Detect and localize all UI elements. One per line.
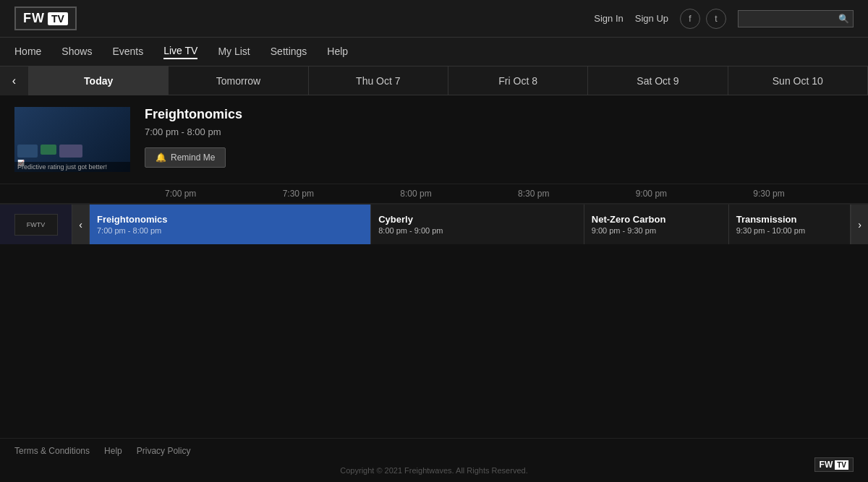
signup-link[interactable]: Sign Up xyxy=(635,13,668,24)
nav-item-mylist[interactable]: My List xyxy=(218,46,250,59)
footer-logo-fw: FW xyxy=(820,460,833,470)
tab-oct8[interactable]: Fri Oct 8 xyxy=(448,66,588,95)
thumb-card-2 xyxy=(41,145,56,155)
tab-oct7[interactable]: Thu Oct 7 xyxy=(309,66,448,95)
timeline-header: 7:00 pm 7:30 pm 8:00 pm 8:30 pm 9:00 pm … xyxy=(0,184,868,204)
footer-links: Terms & Conditions Help Privacy Policy xyxy=(0,439,868,463)
featured-thumbnail: 📈 Predictive rating just got better! xyxy=(14,107,130,172)
tab-today[interactable]: Today xyxy=(29,66,169,95)
twitter-icon[interactable]: t xyxy=(706,9,726,29)
footer-logo-tv: TV xyxy=(835,460,848,470)
footer-logo: FW TV xyxy=(814,457,854,472)
time-label-730: 7:30 pm xyxy=(280,189,398,199)
top-bar: FW TV Sign In Sign Up f t 🔍 xyxy=(0,0,868,38)
program-cyberly-title: Cyberly xyxy=(378,214,576,225)
program-freightonomics-title: Freightonomics xyxy=(97,214,363,225)
program-cyberly-time: 8:00 pm - 9:00 pm xyxy=(378,226,576,235)
social-icons: f t xyxy=(680,9,726,29)
program-netzero-title: Net-Zero Carbon xyxy=(592,214,721,225)
schedule-programs: Freightonomics 7:00 pm - 8:00 pm Cyberly… xyxy=(90,205,851,244)
featured-title: Freightonomics xyxy=(145,107,242,122)
time-label-700: 7:00 pm xyxy=(162,189,280,199)
nav-item-home[interactable]: Home xyxy=(14,46,41,59)
thumb-card-3 xyxy=(59,145,82,158)
search-icon[interactable]: 🔍 xyxy=(838,14,849,24)
terms-link[interactable]: Terms & Conditions xyxy=(14,446,90,456)
auth-links: Sign In Sign Up xyxy=(594,13,668,24)
time-label-900: 9:00 pm xyxy=(633,189,751,199)
program-netzero-time: 9:00 pm - 9:30 pm xyxy=(592,226,721,235)
nav-item-shows[interactable]: Shows xyxy=(61,46,92,59)
main-nav: Home Shows Events Live TV My List Settin… xyxy=(0,38,868,66)
program-freightonomics[interactable]: Freightonomics 7:00 pm - 8:00 pm xyxy=(90,205,371,244)
nav-item-settings[interactable]: Settings xyxy=(271,46,307,59)
time-label-830: 8:30 pm xyxy=(515,189,633,199)
logo-tv-text: TV xyxy=(48,12,68,25)
date-tabs: ‹ Today Tomorrow Thu Oct 7 Fri Oct 8 Sat… xyxy=(0,66,868,95)
next-show-button[interactable]: › xyxy=(851,205,868,244)
thumb-card-1 xyxy=(17,145,38,158)
featured-predictive-text: Predictive rating just got better! xyxy=(14,162,130,172)
remind-me-label: Remind Me xyxy=(171,152,215,163)
bell-icon: 🔔 xyxy=(156,152,166,163)
channel-icon: FWTV xyxy=(0,205,72,244)
facebook-icon[interactable]: f xyxy=(680,9,700,29)
logo-fw-text: FW xyxy=(23,11,45,26)
prev-date-button[interactable]: ‹ xyxy=(0,66,29,95)
footer: Terms & Conditions Help Privacy Policy C… xyxy=(0,438,868,482)
time-label-800: 8:00 pm xyxy=(397,189,515,199)
program-freightonomics-time: 7:00 pm - 8:00 pm xyxy=(97,226,363,235)
help-link[interactable]: Help xyxy=(104,446,122,456)
program-netzero[interactable]: Net-Zero Carbon 9:00 pm - 9:30 pm xyxy=(584,205,729,244)
nav-item-help[interactable]: Help xyxy=(327,46,348,59)
program-transmission-time: 9:30 pm - 10:00 pm xyxy=(736,226,843,235)
time-label-930: 9:30 pm xyxy=(750,189,868,199)
nav-item-livetv[interactable]: Live TV xyxy=(163,45,197,59)
tab-oct9[interactable]: Sat Oct 9 xyxy=(588,66,728,95)
timeline-labels: 7:00 pm 7:30 pm 8:00 pm 8:30 pm 9:00 pm … xyxy=(90,189,868,199)
program-transmission[interactable]: Transmission 9:30 pm - 10:00 pm xyxy=(729,205,851,244)
nav-item-events[interactable]: Events xyxy=(112,46,143,59)
tab-oct10[interactable]: Sun Oct 10 xyxy=(728,66,868,95)
search-box[interactable]: 🔍 xyxy=(738,10,854,27)
signin-link[interactable]: Sign In xyxy=(594,13,623,24)
channel-logo: FWTV xyxy=(14,214,58,236)
featured-show: 📈 Predictive rating just got better! Fre… xyxy=(0,95,868,184)
privacy-link[interactable]: Privacy Policy xyxy=(137,446,191,456)
prev-show-button[interactable]: ‹ xyxy=(72,205,90,244)
program-cyberly[interactable]: Cyberly 8:00 pm - 9:00 pm xyxy=(371,205,584,244)
tab-tomorrow[interactable]: Tomorrow xyxy=(169,66,308,95)
top-right: Sign In Sign Up f t 🔍 xyxy=(594,9,854,29)
featured-info: Freightonomics 7:00 pm - 8:00 pm 🔔 Remin… xyxy=(145,107,242,172)
featured-time: 7:00 pm - 8:00 pm xyxy=(145,126,242,137)
footer-copyright: Copyright © 2021 Freightwaves. All Right… xyxy=(0,463,868,482)
program-transmission-title: Transmission xyxy=(736,214,843,225)
search-input[interactable] xyxy=(744,14,838,24)
remind-me-button[interactable]: 🔔 Remind Me xyxy=(145,147,226,168)
schedule-row: FWTV ‹ Freightonomics 7:00 pm - 8:00 pm … xyxy=(0,204,868,244)
logo[interactable]: FW TV xyxy=(14,7,77,30)
